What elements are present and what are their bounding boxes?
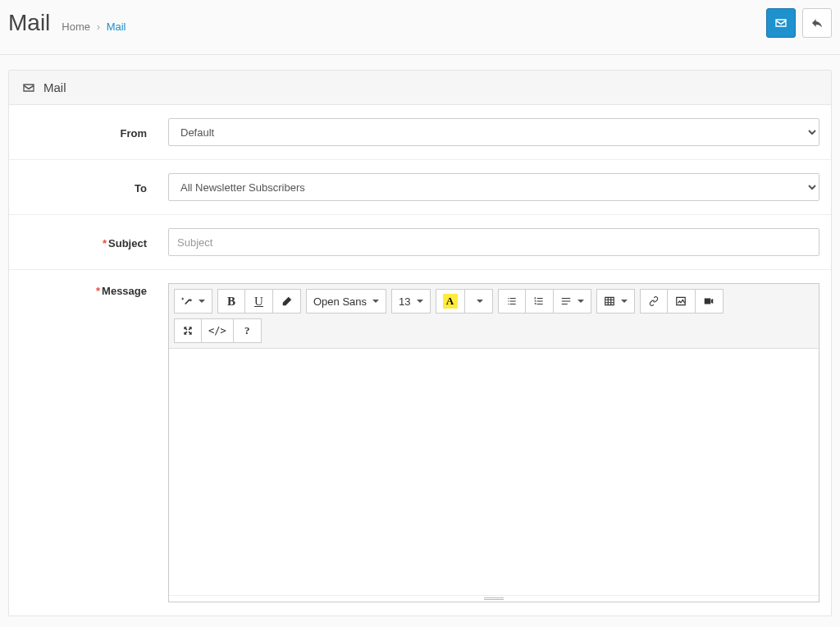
breadcrumb-separator: › xyxy=(97,21,100,33)
from-select[interactable]: Default xyxy=(168,118,819,146)
ol-icon xyxy=(533,295,545,307)
header-actions xyxy=(766,8,832,38)
video-button[interactable] xyxy=(696,289,724,314)
ul-icon xyxy=(506,295,518,307)
to-label: To xyxy=(21,181,152,195)
to-row: To All Newsletter Subscribers xyxy=(9,160,831,215)
breadcrumb-current[interactable]: Mail xyxy=(107,21,126,33)
picture-button[interactable] xyxy=(668,289,696,314)
ordered-list-button[interactable] xyxy=(526,289,554,314)
table-button[interactable] xyxy=(596,289,635,314)
reply-icon xyxy=(810,16,824,30)
image-icon xyxy=(675,295,687,307)
magic-icon xyxy=(181,295,193,307)
envelope-icon xyxy=(22,81,35,94)
cancel-button[interactable] xyxy=(802,8,832,38)
header-left: Mail Home › Mail xyxy=(8,10,126,36)
paragraph-button[interactable] xyxy=(554,289,591,314)
panel-header: Mail xyxy=(9,71,831,105)
underline-button[interactable]: U xyxy=(245,289,273,314)
to-select[interactable]: All Newsletter Subscribers xyxy=(168,173,819,201)
page-header: Mail Home › Mail xyxy=(0,0,840,55)
fullscreen-icon xyxy=(182,325,194,336)
video-icon xyxy=(703,295,714,307)
bold-button[interactable]: B xyxy=(217,289,245,314)
envelope-icon xyxy=(774,16,788,30)
message-label: *Message xyxy=(21,283,152,297)
page-title: Mail xyxy=(8,10,50,36)
unordered-list-button[interactable] xyxy=(498,289,526,314)
font-color-button[interactable]: A xyxy=(436,289,465,314)
help-button[interactable]: ? xyxy=(234,318,262,343)
fullscreen-button[interactable] xyxy=(174,318,202,343)
editor-resize-handle[interactable] xyxy=(169,595,819,602)
style-button[interactable] xyxy=(174,289,212,314)
table-icon xyxy=(604,295,615,307)
align-icon xyxy=(560,295,572,307)
panel-title: Mail xyxy=(43,80,66,94)
font-color-more-button[interactable] xyxy=(465,289,493,314)
message-editor-area[interactable] xyxy=(169,349,819,595)
code-view-button[interactable]: </> xyxy=(202,318,234,343)
clear-format-button[interactable] xyxy=(273,289,301,314)
font-family-button[interactable]: Open Sans xyxy=(306,289,386,314)
from-row: From Default xyxy=(9,105,831,160)
eraser-icon xyxy=(281,295,293,307)
subject-input[interactable] xyxy=(168,228,819,256)
send-mail-button[interactable] xyxy=(766,8,796,38)
link-button[interactable] xyxy=(640,289,668,314)
font-size-button[interactable]: 13 xyxy=(391,289,430,314)
breadcrumb-home[interactable]: Home xyxy=(62,21,90,33)
message-row: *Message B U xyxy=(9,270,831,616)
subject-label: *Subject xyxy=(21,236,152,249)
editor-toolbar: B U Open Sans 13 xyxy=(169,284,819,349)
link-icon xyxy=(648,295,660,307)
breadcrumb: Home › Mail xyxy=(62,21,126,33)
mail-panel: Mail From Default To All Newsletter Subs… xyxy=(8,70,832,616)
wysiwyg-editor: B U Open Sans 13 xyxy=(168,283,819,602)
from-label: From xyxy=(21,126,152,140)
subject-row: *Subject xyxy=(9,215,831,270)
